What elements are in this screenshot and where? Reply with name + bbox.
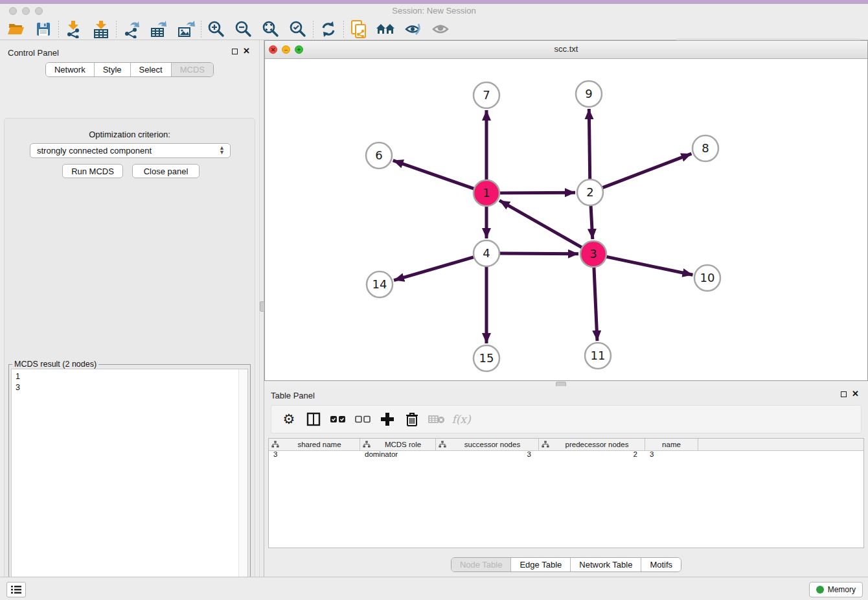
graph-node-1[interactable]: 1 (474, 180, 499, 206)
zoom-out-button[interactable] (230, 19, 257, 39)
memory-status-icon (816, 586, 824, 594)
result-scrollbar[interactable] (238, 369, 247, 600)
horizontal-splitter[interactable] (264, 381, 868, 386)
show-hidden-button[interactable] (427, 19, 454, 39)
graph-edge-4-14[interactable] (394, 257, 474, 281)
column-header-shared-name[interactable]: shared name (269, 439, 360, 450)
graph-node-4[interactable]: 4 (474, 240, 499, 266)
export-table-icon (150, 20, 168, 38)
delete-entry-icon[interactable] (400, 410, 424, 429)
attribute-type-icon (439, 441, 446, 448)
float-table-panel-icon[interactable] (841, 391, 847, 397)
tab-motifs[interactable]: Motifs (641, 558, 681, 571)
node-table: shared nameMCDS rolesuccessor nodesprede… (268, 438, 864, 548)
svg-text:11: 11 (591, 349, 606, 362)
table-cell[interactable]: 2 (539, 450, 645, 458)
table-cell[interactable]: 3 (436, 450, 539, 458)
import-network-icon (65, 20, 83, 38)
graph-edge-2-3[interactable] (591, 205, 593, 239)
close-panel-button[interactable]: Close panel (132, 164, 200, 178)
memory-button[interactable]: Memory (809, 582, 863, 597)
graph-edge-3-11[interactable] (594, 267, 597, 341)
deselect-all-icon[interactable] (350, 410, 375, 429)
graph-node-11[interactable]: 11 (585, 343, 611, 369)
table-cell[interactable]: 3 (645, 450, 698, 458)
network-title: scc.txt (265, 44, 867, 54)
home-networks-button[interactable] (372, 19, 400, 39)
toolbar-separator (58, 21, 59, 38)
toolbar-separator (116, 21, 117, 38)
graph-edge-2-8[interactable] (602, 154, 692, 188)
table-panel: Table Panel ✕ ⚙ (264, 386, 868, 577)
tab-edge-table[interactable]: Edge Table (511, 558, 571, 571)
tab-node-table[interactable]: Node Table (451, 558, 512, 571)
import-table-button[interactable] (87, 19, 115, 39)
graph-edge-4-3[interactable] (499, 253, 578, 254)
export-table-button[interactable] (145, 19, 172, 39)
save-session-button[interactable] (30, 19, 57, 39)
toolbar-separator (343, 21, 344, 38)
chevron-up-down-icon: ▲▼ (219, 146, 225, 155)
export-network-button[interactable] (118, 19, 145, 39)
close-table-panel-icon[interactable]: ✕ (852, 391, 859, 397)
tab-style[interactable]: Style (95, 63, 131, 76)
tab-select[interactable]: Select (131, 63, 172, 76)
graph-edge-1-2[interactable] (499, 192, 575, 193)
attribute-type-icon (542, 441, 549, 448)
svg-text:9: 9 (585, 87, 592, 100)
toolbar-separator (201, 21, 201, 38)
titlebar: Session: New Session (0, 4, 868, 18)
tab-mcds[interactable]: MCDS (172, 63, 213, 76)
zoom-in-icon (207, 20, 225, 38)
close-panel-icon[interactable]: ✕ (243, 48, 250, 54)
network-canvas[interactable]: 1234678910111415 (265, 59, 867, 380)
zoom-fit-button[interactable] (257, 19, 284, 39)
save-icon (36, 21, 51, 37)
svg-text:3: 3 (589, 247, 597, 260)
graph-node-9[interactable]: 9 (576, 81, 602, 107)
graph-edge-3-1[interactable] (499, 200, 582, 248)
float-panel-icon[interactable] (232, 49, 238, 54)
zoom-selected-button[interactable] (284, 19, 312, 39)
graph-edge-2-9[interactable] (589, 109, 589, 179)
graph-node-8[interactable]: 8 (692, 135, 718, 161)
graph-node-3[interactable]: 3 (580, 241, 606, 267)
column-header-successor-nodes[interactable]: successor nodes (436, 439, 539, 450)
graph-node-2[interactable]: 2 (577, 179, 603, 205)
tab-network-table[interactable]: Network Table (571, 558, 641, 571)
graph-edge-3-10[interactable] (606, 257, 693, 275)
column-header-predecessor-nodes[interactable]: predecessor nodes (539, 439, 645, 450)
column-header-MCDS-role[interactable]: MCDS role (360, 439, 436, 450)
settings-gear-icon[interactable]: ⚙ (277, 410, 301, 429)
run-mcds-button[interactable]: Run MCDS (62, 164, 123, 178)
graph-node-14[interactable]: 14 (367, 271, 393, 297)
criterion-dropdown[interactable]: strongly connected component ▲▼ (30, 143, 231, 158)
mcds-panel: Optimization criterion: strongly connect… (4, 118, 255, 600)
add-entry-icon[interactable] (375, 410, 400, 429)
import-network-button[interactable] (60, 19, 87, 39)
refresh-view-button[interactable] (315, 19, 342, 39)
task-history-button[interactable] (6, 582, 26, 597)
show-columns-icon[interactable] (301, 410, 326, 429)
list-icon (11, 585, 21, 594)
import-table-icon (92, 20, 110, 38)
graph-node-6[interactable]: 6 (366, 143, 392, 168)
open-session-button[interactable] (3, 19, 30, 39)
session-title: Session: New Session (0, 6, 868, 16)
graph-node-15[interactable]: 15 (474, 345, 499, 371)
vertical-splitter[interactable] (259, 40, 264, 577)
control-panel-tabs: NetworkStyleSelectMCDS (45, 62, 214, 77)
graph-edge-1-6[interactable] (393, 161, 474, 189)
select-all-icon[interactable] (326, 410, 350, 429)
network-window-titlebar[interactable]: ✕ – + scc.txt (265, 41, 867, 59)
table-cell[interactable]: dominator (360, 450, 436, 458)
column-header-name[interactable]: name (645, 439, 698, 450)
tab-network[interactable]: Network (46, 63, 95, 76)
hide-selected-button[interactable] (400, 19, 427, 39)
table-cell[interactable]: 3 (269, 450, 360, 458)
graph-node-10[interactable]: 10 (694, 265, 720, 291)
clone-network-button[interactable] (345, 19, 372, 39)
graph-node-7[interactable]: 7 (474, 82, 499, 108)
export-image-button[interactable] (172, 19, 200, 39)
zoom-in-button[interactable] (203, 19, 230, 39)
